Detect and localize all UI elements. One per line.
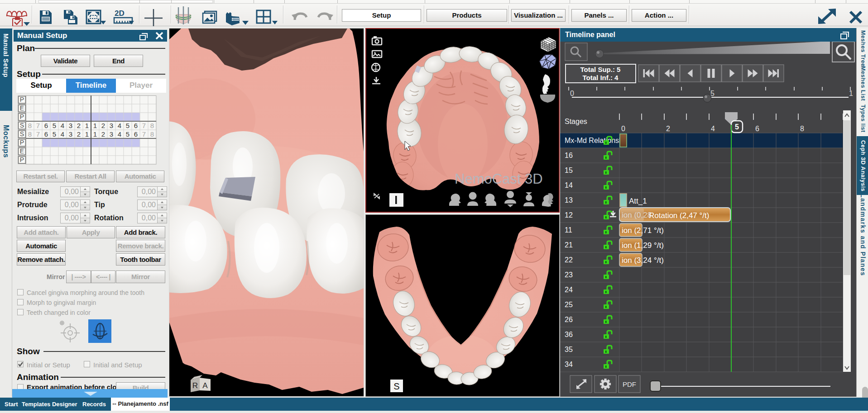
svg-text:5: 5: [735, 123, 739, 131]
svg-text:PDF: PDF: [623, 380, 636, 388]
svg-text:2: 2: [77, 122, 81, 129]
svg-text:P: P: [20, 96, 24, 103]
svg-text:7: 7: [36, 122, 40, 129]
svg-text:NemoCast 3D: NemoCast 3D: [455, 171, 543, 187]
svg-text:23: 23: [565, 271, 573, 279]
svg-text:Mx-Md Relationsh.: Mx-Md Relationsh.: [565, 137, 625, 144]
svg-text:6: 6: [755, 125, 759, 133]
svg-text:8: 8: [150, 130, 154, 138]
svg-text:2: 2: [77, 130, 81, 138]
svg-text:12: 12: [565, 211, 573, 219]
svg-text:2: 2: [101, 122, 105, 129]
svg-text:A: A: [202, 381, 208, 390]
svg-text:0: 0: [570, 90, 574, 97]
svg-text:5: 5: [126, 130, 129, 138]
svg-text:5: 5: [53, 130, 56, 138]
svg-text:8: 8: [800, 125, 804, 133]
svg-text:1: 1: [85, 130, 89, 138]
svg-text:5: 5: [53, 122, 56, 129]
svg-text:14: 14: [565, 181, 573, 189]
svg-text:S: S: [20, 130, 24, 138]
svg-text:Total Inf.: 4: Total Inf.: 4: [583, 74, 619, 81]
svg-text:R: R: [192, 381, 198, 390]
svg-text:ion (2,71 °/t): ion (2,71 °/t): [622, 226, 664, 235]
svg-text:7: 7: [36, 130, 40, 138]
svg-text:4: 4: [61, 122, 64, 129]
svg-text:2: 2: [666, 125, 670, 133]
svg-text:Total Sup.: 5: Total Sup.: 5: [580, 66, 621, 73]
svg-text:6: 6: [44, 130, 48, 138]
svg-text:S: S: [20, 122, 24, 129]
svg-text:11: 11: [565, 226, 572, 234]
svg-text:E: E: [20, 104, 24, 112]
svg-text:24: 24: [565, 286, 573, 294]
svg-text:1: 1: [93, 122, 97, 129]
svg-text:13: 13: [565, 196, 573, 204]
svg-text:3: 3: [69, 122, 72, 129]
svg-text:8: 8: [150, 122, 154, 129]
svg-text:4: 4: [118, 122, 121, 129]
svg-text:36: 36: [565, 331, 573, 338]
svg-text:5: 5: [126, 122, 129, 129]
svg-text:26: 26: [565, 316, 573, 323]
svg-text:34: 34: [565, 361, 573, 368]
svg-text:6: 6: [134, 130, 138, 138]
svg-text:7: 7: [142, 130, 146, 138]
svg-text:Rotation (2,47 °/t): Rotation (2,47 °/t): [649, 211, 709, 220]
svg-text:25: 25: [565, 301, 573, 309]
svg-text:15: 15: [565, 166, 573, 174]
svg-text:3: 3: [69, 130, 72, 138]
svg-text:8: 8: [28, 130, 32, 138]
svg-text:0: 0: [621, 125, 625, 133]
svg-text:1: 1: [849, 90, 853, 97]
svg-text:1: 1: [85, 122, 89, 129]
svg-text:1: 1: [93, 130, 97, 138]
svg-text:4: 4: [711, 125, 715, 133]
svg-text:3: 3: [110, 130, 113, 138]
svg-text:Stages: Stages: [565, 118, 587, 125]
svg-text:7: 7: [142, 122, 146, 129]
svg-text:S: S: [393, 381, 399, 391]
svg-text:2: 2: [101, 130, 105, 138]
svg-text:16: 16: [565, 152, 573, 159]
svg-text:ion (1,29 °/t): ion (1,29 °/t): [622, 241, 664, 250]
svg-text:21: 21: [565, 241, 573, 249]
svg-text:5: 5: [710, 90, 715, 97]
svg-text:6: 6: [134, 122, 138, 129]
svg-text:ion (3,24 °/t): ion (3,24 °/t): [622, 256, 664, 265]
svg-text:6: 6: [44, 122, 48, 129]
svg-text:4: 4: [61, 130, 64, 138]
svg-text:3: 3: [110, 122, 113, 129]
svg-text:P: P: [20, 156, 24, 163]
svg-text:ion (0,28: ion (0,28: [622, 211, 652, 219]
svg-text:4: 4: [118, 130, 121, 138]
svg-text:E: E: [20, 147, 24, 155]
svg-text:P: P: [20, 113, 24, 120]
svg-text:22: 22: [565, 256, 573, 264]
svg-text:8: 8: [28, 122, 32, 129]
svg-text:35: 35: [565, 346, 573, 353]
svg-text:2D: 2D: [115, 9, 125, 18]
svg-text:Att_1: Att_1: [629, 197, 647, 205]
svg-text:P: P: [20, 139, 24, 146]
